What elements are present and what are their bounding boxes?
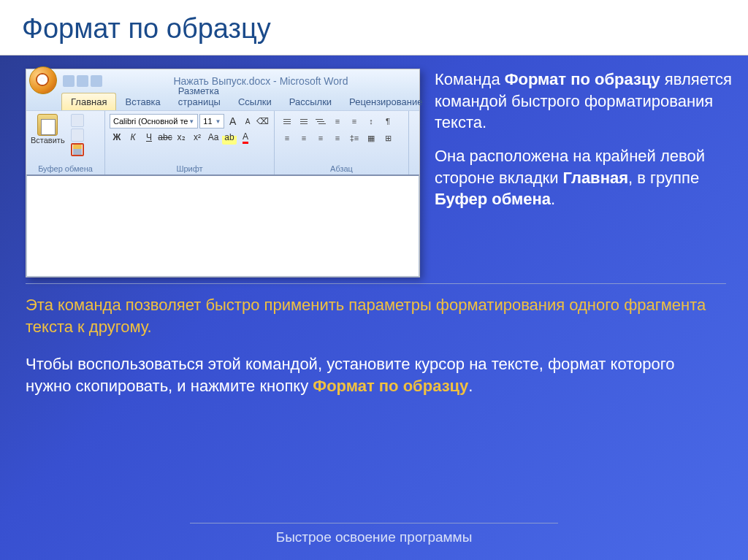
tab-mailings[interactable]: Рассылки: [280, 93, 340, 110]
paste-label: Вставить: [31, 136, 65, 145]
subscript-button[interactable]: x₂: [174, 130, 188, 145]
ribbon: Вставить Буфер обмена: [26, 110, 419, 174]
highlight-button[interactable]: ab: [222, 130, 237, 145]
clipboard-group-label: Буфер обмена: [31, 163, 100, 174]
font-size-combo[interactable]: 11 ▼: [199, 114, 224, 129]
align-center-button[interactable]: ≡: [296, 131, 312, 145]
cut-icon[interactable]: [71, 114, 84, 127]
brush-icon: [73, 145, 82, 155]
clear-format-icon[interactable]: ⌫: [256, 114, 270, 129]
italic-button[interactable]: К: [126, 130, 140, 145]
content-row: Нажать Выпуск.docx - Microsoft Word Глав…: [0, 55, 748, 277]
quick-access-toolbar: [63, 75, 102, 87]
shrink-font-icon[interactable]: A: [241, 114, 255, 129]
chevron-down-icon: ▼: [215, 118, 221, 125]
bullets-button[interactable]: [279, 114, 295, 129]
footer-text: Быстрое освоение программы: [0, 529, 748, 545]
strike-button[interactable]: abc: [158, 130, 172, 145]
bold-button[interactable]: Ж: [110, 130, 124, 145]
format-painter-button[interactable]: [71, 143, 84, 156]
font-group-label: Шрифт: [110, 163, 270, 174]
qat-undo-icon[interactable]: [77, 75, 88, 87]
side-para-2: Она расположена на крайней левой стороне…: [435, 145, 733, 210]
document-area[interactable]: [26, 174, 419, 277]
copy-icon[interactable]: [71, 129, 84, 142]
tab-insert[interactable]: Вставка: [116, 93, 169, 110]
borders-button[interactable]: ⊞: [380, 131, 396, 145]
paragraph-group: ≡ ≡ ↕ ¶ ≡ ≡ ≡ ≡ ‡≡ ▦ ⊞ Абзац: [275, 111, 409, 174]
numbering-button[interactable]: [296, 114, 312, 129]
tab-references[interactable]: Ссылки: [229, 93, 280, 110]
align-left-button[interactable]: ≡: [279, 131, 295, 145]
slide-header: Формат по образцу: [0, 0, 748, 55]
shading-button[interactable]: ▦: [363, 131, 379, 145]
indent-dec-button[interactable]: ≡: [329, 114, 346, 129]
chevron-down-icon: ▼: [188, 118, 194, 125]
tab-review[interactable]: Рецензирование: [340, 93, 431, 110]
slide-footer: Быстрое освоение программы: [0, 523, 748, 545]
slide-title: Формат по образцу: [22, 13, 726, 45]
show-marks-button[interactable]: ¶: [380, 114, 396, 129]
paste-icon: [37, 114, 58, 136]
qat-redo-icon[interactable]: [91, 75, 102, 87]
footer-divider: [190, 523, 558, 523]
indent-inc-button[interactable]: ≡: [346, 114, 362, 129]
change-case-button[interactable]: Aa: [206, 130, 221, 145]
grow-font-icon[interactable]: A: [226, 114, 240, 129]
word-screenshot: Нажать Выпуск.docx - Microsoft Word Глав…: [26, 69, 420, 277]
side-description: Команда Формат по образцу является коман…: [435, 69, 733, 277]
lower-description: Эта команда позволяет быстро применить п…: [0, 284, 748, 397]
sort-button[interactable]: ↕: [363, 114, 379, 129]
tab-home[interactable]: Главная: [61, 93, 116, 110]
lower-para-1: Эта команда позволяет быстро применить п…: [26, 294, 722, 337]
line-spacing-button[interactable]: ‡≡: [346, 131, 362, 145]
multilevel-button[interactable]: [313, 114, 329, 129]
underline-button[interactable]: Ч: [142, 130, 156, 145]
qat-save-icon[interactable]: [63, 75, 75, 87]
ribbon-tabs: Главная Вставка Разметка страницы Ссылки…: [26, 93, 419, 110]
superscript-button[interactable]: x²: [190, 130, 205, 145]
office-button-icon[interactable]: [29, 66, 57, 94]
document-title: Нажать Выпуск.docx - Microsoft Word: [102, 75, 419, 87]
paragraph-group-label: Абзац: [279, 163, 404, 174]
font-group: Calibri (Основной те ▼ 11 ▼ A A ⌫ Ж К: [105, 111, 275, 174]
font-color-button[interactable]: A: [238, 130, 253, 145]
paste-button[interactable]: Вставить: [31, 114, 65, 161]
font-name-combo[interactable]: Calibri (Основной те ▼: [110, 114, 198, 129]
clipboard-group: Вставить Буфер обмена: [26, 111, 105, 174]
align-right-button[interactable]: ≡: [313, 131, 329, 145]
side-para-1: Команда Формат по образцу является коман…: [435, 69, 733, 134]
lower-para-2: Чтобы воспользоваться этой командой, уст…: [26, 353, 722, 396]
justify-button[interactable]: ≡: [329, 131, 346, 145]
tab-layout[interactable]: Разметка страницы: [169, 83, 229, 110]
